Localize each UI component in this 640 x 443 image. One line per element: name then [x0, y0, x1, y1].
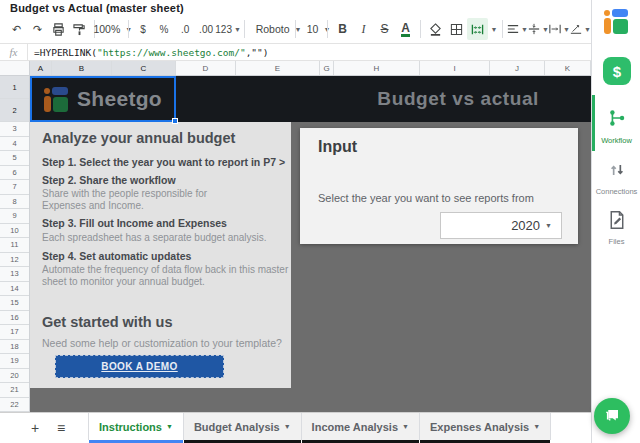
- sidebar-item-files[interactable]: Files: [592, 210, 640, 246]
- percent-format-button[interactable]: %: [154, 18, 175, 40]
- currency-format-button[interactable]: $: [133, 18, 154, 40]
- bold-button[interactable]: B: [332, 18, 353, 40]
- column-header-j[interactable]: J: [490, 61, 545, 75]
- sidebar-item-connections[interactable]: Connections: [592, 160, 640, 196]
- row-header-20[interactable]: 20: [0, 369, 29, 384]
- formula-suffix: ,""): [246, 47, 269, 58]
- select-all-corner[interactable]: [0, 61, 30, 75]
- strikethrough-button[interactable]: S: [374, 18, 395, 40]
- sheetgo-dollar-app-icon[interactable]: $: [603, 57, 631, 85]
- borders-button[interactable]: [446, 18, 467, 40]
- row-headers: 12345678910111213141516171819202122: [0, 76, 30, 412]
- book-a-demo-button[interactable]: BOOK A DEMO: [55, 355, 224, 378]
- font-select[interactable]: Roboto ▼: [249, 18, 291, 40]
- sidebar-item-workflow[interactable]: Workflow: [592, 107, 640, 145]
- row-header-15[interactable]: 15: [0, 296, 29, 311]
- column-header-c[interactable]: C: [112, 61, 176, 75]
- instructions-panel: Analyze your annual budget Step 1. Selec…: [30, 122, 291, 388]
- formula-bar[interactable]: fx =HYPERLINK("https://www.sheetgo.com/"…: [0, 44, 591, 61]
- chat-widget-button[interactable]: [594, 398, 630, 434]
- merge-cells-arrow[interactable]: ▼: [488, 18, 498, 40]
- row-header-4[interactable]: 4: [0, 137, 29, 152]
- year-value: 2020: [511, 218, 540, 233]
- row-header-14[interactable]: 14: [0, 282, 29, 297]
- step-1-title: Step 1. Select the year you want to repo…: [42, 156, 285, 168]
- toolbar-divider: [244, 20, 245, 38]
- row-header-1[interactable]: 1: [0, 76, 29, 99]
- chevron-down-icon: ▼: [542, 26, 549, 33]
- row-header-3[interactable]: 3: [0, 122, 29, 137]
- paint-format-button[interactable]: [69, 18, 90, 40]
- chevron-down-icon: ▼: [545, 222, 552, 229]
- row-header-12[interactable]: 12: [0, 253, 29, 268]
- row-header-11[interactable]: 11: [0, 238, 29, 253]
- decrease-decimal-label: .0: [181, 24, 189, 35]
- fill-color-button[interactable]: [425, 18, 446, 40]
- row-header-16[interactable]: 16: [0, 311, 29, 326]
- row-header-18[interactable]: 18: [0, 340, 29, 355]
- row-header-22[interactable]: 22: [0, 398, 29, 413]
- input-panel: Input Select the year you want to see re…: [300, 128, 578, 244]
- row-header-13[interactable]: 13: [0, 267, 29, 282]
- column-header-b[interactable]: B: [52, 61, 112, 75]
- google-sheets-app: Budget vs Actual (master sheet) ↶ ↷ 100%…: [0, 0, 640, 443]
- all-sheets-menu-button[interactable]: ≡: [48, 413, 74, 443]
- row-header-8[interactable]: 8: [0, 195, 29, 210]
- undo-button[interactable]: ↶: [6, 18, 27, 40]
- decrease-decimal-button[interactable]: .0: [175, 18, 196, 40]
- italic-button[interactable]: I: [353, 18, 374, 40]
- formula-string: "https://www.sheetgo.com/": [97, 47, 246, 58]
- text-rotation-select[interactable]: ▼: [570, 18, 591, 40]
- borders-icon: [450, 23, 463, 36]
- sheet-tab-label: Income Analysis: [312, 421, 398, 433]
- sheet-tab-instructions[interactable]: Instructions▼: [88, 413, 184, 440]
- cell-selection-outline[interactable]: [30, 76, 176, 122]
- sheet-tab-label: Instructions: [99, 421, 162, 433]
- vertical-align-select[interactable]: ▼: [528, 18, 549, 40]
- year-dropdown[interactable]: 2020 ▼: [440, 212, 562, 239]
- add-sheet-button[interactable]: +: [22, 413, 48, 443]
- chevron-down-icon: ▼: [533, 423, 540, 430]
- formula-input[interactable]: =HYPERLINK("https://www.sheetgo.com/",""…: [28, 47, 269, 58]
- step-4-desc: Automate the frequency of data flow back…: [42, 264, 288, 287]
- text-wrap-select[interactable]: ▼: [549, 18, 570, 40]
- row-header-7[interactable]: 7: [0, 180, 29, 195]
- chevron-down-icon: ▼: [166, 423, 173, 430]
- text-color-button[interactable]: A: [395, 18, 416, 40]
- selection-fill-handle[interactable]: [172, 118, 178, 124]
- more-formats-button[interactable]: 123 ▼: [217, 18, 240, 40]
- sheetgo-logo-icon: [604, 9, 629, 34]
- row-header-10[interactable]: 10: [0, 224, 29, 239]
- row-header-2[interactable]: 2: [0, 99, 29, 122]
- row-header-21[interactable]: 21: [0, 383, 29, 398]
- column-header-a[interactable]: A: [30, 61, 52, 75]
- print-button[interactable]: [48, 18, 69, 40]
- zoom-value: 100%: [90, 23, 123, 35]
- column-header-g[interactable]: G: [320, 61, 334, 75]
- column-header-i[interactable]: I: [420, 61, 490, 75]
- row-header-19[interactable]: 19: [0, 354, 29, 369]
- row-header-9[interactable]: 9: [0, 209, 29, 224]
- font-size-select[interactable]: 10 ▼: [300, 18, 323, 40]
- row-header-17[interactable]: 17: [0, 325, 29, 340]
- font-size-value: 10: [304, 23, 322, 35]
- sheet-tab-expenses-analysis[interactable]: Expenses Analysis▼: [420, 413, 551, 440]
- horizontal-align-select[interactable]: ▼: [507, 18, 528, 40]
- font-name: Roboto: [253, 23, 293, 35]
- sheet-tab-budget-analysis[interactable]: Budget Analysis▼: [184, 413, 302, 440]
- sheet-grid[interactable]: Sheetgo Budget vs actual Analyze your an…: [0, 76, 591, 412]
- column-header-d[interactable]: D: [176, 61, 236, 75]
- zoom-select[interactable]: 100% ▼: [99, 18, 124, 40]
- merge-cells-button[interactable]: [467, 18, 488, 40]
- row-header-5[interactable]: 5: [0, 151, 29, 166]
- row-header-6[interactable]: 6: [0, 166, 29, 181]
- column-header-k[interactable]: K: [545, 61, 591, 75]
- column-header-e[interactable]: E: [236, 61, 320, 75]
- redo-button[interactable]: ↷: [27, 18, 48, 40]
- increase-decimal-button[interactable]: .00: [196, 18, 217, 40]
- sheet-tab-income-analysis[interactable]: Income Analysis▼: [302, 413, 420, 440]
- document-title: Budget vs Actual (master sheet): [10, 2, 184, 14]
- toolbar-divider: [295, 20, 296, 38]
- column-header-h[interactable]: H: [334, 61, 420, 75]
- text-wrap-icon: [549, 23, 561, 35]
